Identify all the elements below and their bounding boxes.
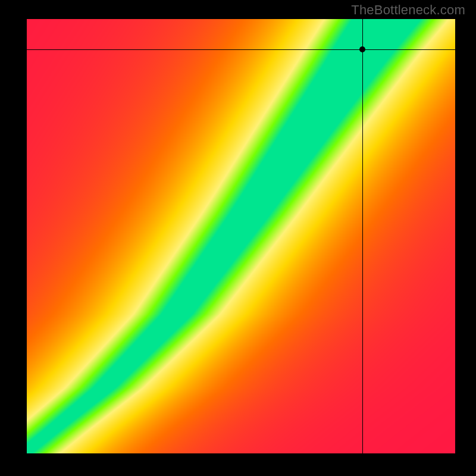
crosshair-horizontal — [27, 49, 455, 50]
crosshair-vertical — [362, 19, 363, 453]
watermark-text: TheBottleneck.com — [351, 2, 465, 18]
heatmap-plot — [27, 19, 455, 453]
chart-frame: TheBottleneck.com — [0, 0, 476, 476]
heatmap-canvas — [27, 19, 455, 453]
